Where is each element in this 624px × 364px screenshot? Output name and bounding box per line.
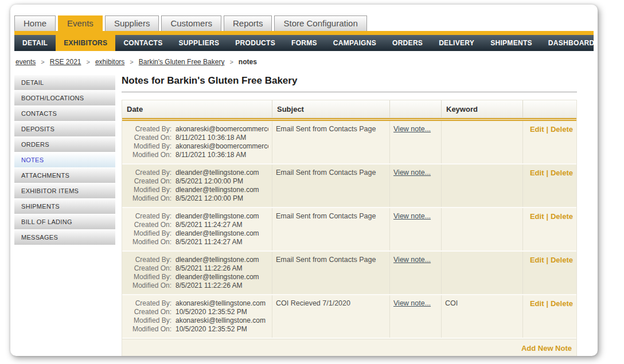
created-on-label: Created On: (126, 264, 171, 273)
breadcrumb-separator: > (229, 58, 233, 65)
subnav-orders[interactable]: ORDERS (384, 35, 431, 51)
tab-events[interactable]: Events (58, 15, 103, 31)
view-note-link[interactable]: View note... (393, 212, 431, 220)
viewnote-cell: View note... (390, 165, 442, 207)
subnav-contacts[interactable]: CONTACTS (115, 35, 170, 51)
modified-by-value: akonareski@tellingstone.com (176, 316, 268, 325)
created-by-value: dleander@tellingstone.com (176, 169, 268, 177)
table-row: Created By:dleander@tellingstone.com Cre… (122, 208, 576, 252)
subnav-products[interactable]: PRODUCTS (227, 35, 283, 51)
column-header-keyword: Keyword (442, 100, 523, 118)
modified-by-label: Modified By: (126, 316, 171, 325)
modified-on-value: 8/5/2021 11:22:26 AM (176, 281, 268, 290)
breadcrumb-link-exhibitor[interactable]: Barkin's Gluten Free Bakery (139, 58, 225, 66)
modified-on-label: Modified On: (126, 194, 171, 203)
column-header-viewnote (390, 100, 442, 118)
modified-on-label: Modified On: (126, 325, 171, 334)
sidebar-item-attachments[interactable]: ATTACHMENTS (14, 168, 115, 183)
keyword-cell (442, 208, 523, 251)
created-on-value: 8/11/2021 10:36:18 AM (176, 134, 268, 142)
action-separator: | (546, 169, 548, 177)
sidebar-item-shipments[interactable]: SHIPMENTS (14, 199, 115, 214)
keyword-cell (442, 121, 523, 163)
breadcrumb-current-notes: notes (239, 58, 257, 66)
breadcrumb-link-events[interactable]: events (15, 58, 36, 66)
modified-by-label: Modified By: (126, 142, 171, 151)
tab-store-configuration[interactable]: Store Configuration (274, 15, 366, 31)
add-new-note-link[interactable]: Add New Note (521, 344, 572, 353)
edit-link[interactable]: Edit (530, 125, 544, 134)
edit-link[interactable]: Edit (530, 256, 544, 264)
breadcrumb-separator: > (41, 58, 44, 65)
action-separator: | (546, 213, 548, 221)
view-note-link[interactable]: View note... (393, 125, 431, 133)
sidebar-item-deposits[interactable]: DEPOSITS (14, 122, 115, 136)
created-on-value: 8/5/2021 12:00:00 PM (176, 177, 268, 186)
delete-link[interactable]: Delete (551, 212, 573, 221)
modified-by-value: dleander@tellingstone.com (176, 229, 268, 238)
table-row: Created By:akonareski@boomercommerce Cre… (122, 121, 576, 165)
keyword-cell: COI (442, 295, 523, 338)
delete-link[interactable]: Delete (551, 169, 573, 177)
modified-by-value: akonareski@boomercommerce (176, 142, 268, 151)
tab-home[interactable]: Home (14, 15, 56, 31)
tab-reports[interactable]: Reports (224, 15, 272, 31)
subnav-delivery[interactable]: DELIVERY (431, 35, 482, 51)
sidebar-item-messages[interactable]: MESSAGES (14, 230, 115, 245)
view-note-link[interactable]: View note... (393, 169, 431, 177)
subnav-suppliers[interactable]: SUPPLIERS (171, 35, 228, 51)
sidebar-item-orders[interactable]: ORDERS (14, 137, 115, 152)
action-separator: | (546, 300, 548, 308)
created-by-value: akonareski@boomercommerce (176, 125, 268, 134)
subnav-dashboard[interactable]: DASHBOARD (540, 35, 598, 51)
subnav-shipments[interactable]: SHIPMENTS (482, 35, 540, 51)
subject-cell: COI Recieved 7/1/2020 (272, 295, 390, 338)
sidebar-item-contacts[interactable]: CONTACTS (14, 106, 115, 121)
modified-on-value: 10/5/2020 12:35:52 PM (176, 325, 268, 334)
subject-cell: Email Sent from Contacts Page (272, 208, 390, 251)
created-by-value: dleander@tellingstone.com (176, 256, 268, 264)
edit-link[interactable]: Edit (530, 169, 544, 177)
subnav-detail[interactable]: DETAIL (14, 35, 56, 51)
sidebar-item-booth-locations[interactable]: BOOTH/LOCATIONS (14, 91, 115, 105)
tab-suppliers[interactable]: Suppliers (105, 15, 159, 31)
created-on-value: 10/5/2020 12:35:52 PM (176, 308, 268, 316)
actions-cell: Edit|Delete (523, 121, 576, 163)
sidebar-item-bill-of-lading[interactable]: BILL OF LADING (14, 214, 115, 229)
sidebar-item-notes[interactable]: NOTES (14, 152, 115, 167)
sidebar-item-exhibitor-items[interactable]: EXHIBITOR ITEMS (14, 183, 115, 198)
viewnote-cell: View note... (390, 208, 442, 251)
table-header-row: Date Subject Keyword (122, 100, 576, 118)
date-cell: Created By:dleander@tellingstone.com Cre… (122, 165, 272, 207)
subnav-exhibitors[interactable]: EXHIBITORS (56, 35, 115, 51)
subject-cell: Email Sent from Contacts Page (272, 121, 390, 163)
modified-by-value: dleander@tellingstone.com (176, 273, 268, 281)
subnav-campaigns[interactable]: CAMPAIGNS (325, 35, 384, 51)
subnav-forms[interactable]: FORMS (283, 35, 325, 51)
delete-link[interactable]: Delete (551, 125, 573, 134)
actions-cell: Edit|Delete (523, 295, 576, 338)
tab-customers[interactable]: Customers (161, 15, 221, 31)
sidebar-item-detail[interactable]: DETAIL (14, 75, 115, 90)
exhibitor-sidebar: DETAIL BOOTH/LOCATIONS CONTACTS DEPOSITS… (14, 75, 115, 356)
date-cell: Created By:akonareski@tellingstone.com C… (122, 295, 272, 338)
keyword-cell (442, 165, 523, 207)
edit-link[interactable]: Edit (530, 212, 544, 221)
created-by-label: Created By: (126, 212, 171, 221)
delete-link[interactable]: Delete (551, 299, 573, 308)
date-cell: Created By:dleander@tellingstone.com Cre… (122, 252, 272, 294)
view-note-link[interactable]: View note... (393, 256, 431, 264)
notes-table: Date Subject Keyword Created By:akonares… (122, 100, 577, 356)
viewnote-cell: View note... (390, 121, 442, 163)
app-window: Home Events Suppliers Customers Reports … (10, 5, 598, 356)
breadcrumb-link-exhibitors[interactable]: exhibitors (95, 58, 124, 66)
delete-link[interactable]: Delete (551, 256, 573, 264)
created-by-label: Created By: (126, 169, 171, 177)
view-note-link[interactable]: View note... (393, 299, 431, 307)
column-header-subject: Subject (272, 100, 390, 118)
action-separator: | (546, 126, 548, 134)
breadcrumb-link-event[interactable]: RSE 2021 (50, 58, 81, 66)
edit-link[interactable]: Edit (530, 299, 544, 308)
modified-on-label: Modified On: (126, 151, 171, 159)
date-cell: Created By:akonareski@boomercommerce Cre… (122, 121, 272, 163)
